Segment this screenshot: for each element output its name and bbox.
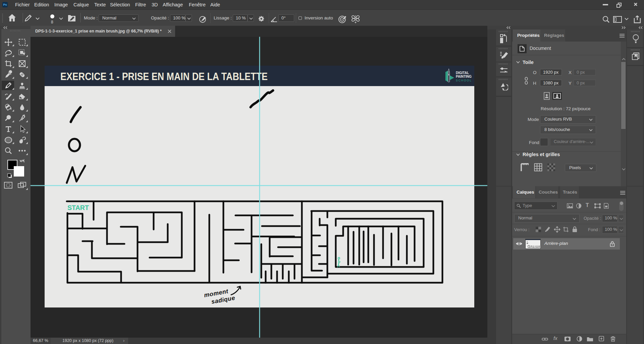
svg-text:PAINTING: PAINTING (456, 75, 472, 78)
svg-text:SCHOOL: SCHOOL (456, 79, 472, 82)
svg-text:DIGITAL: DIGITAL (456, 71, 469, 75)
svg-text:EXERCICE 1 - PRISE EN MAIN DE: EXERCICE 1 - PRISE EN MAIN DE LA TABLETT… (60, 71, 268, 82)
svg-text:START: START (67, 204, 89, 211)
